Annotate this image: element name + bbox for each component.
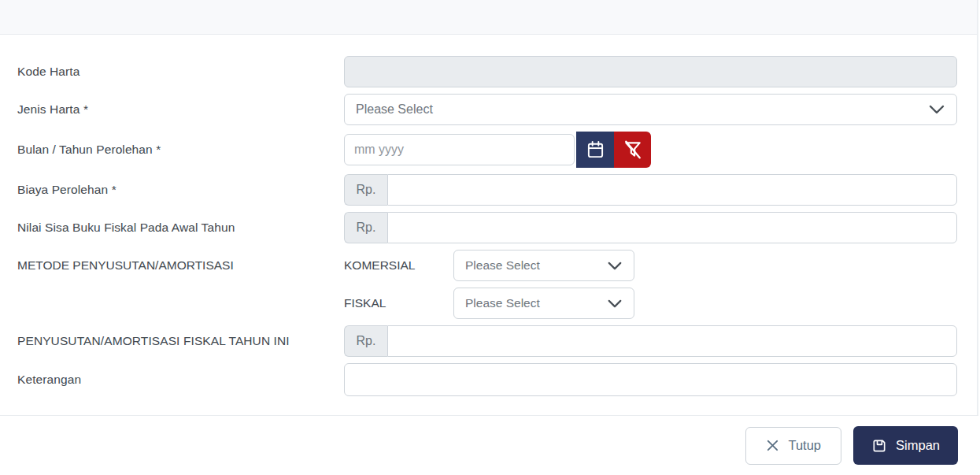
modal-footer: Tutup Simpan xyxy=(0,415,978,475)
metode-fiskal-row: FISKAL Please Select xyxy=(344,288,957,319)
currency-prefix-addon: Rp. xyxy=(344,174,387,206)
nilai-sisa-group: Rp. xyxy=(344,212,957,243)
fiskal-selected-value: Please Select xyxy=(465,296,540,310)
currency-prefix-addon: Rp. xyxy=(344,325,387,357)
form-row-nilai-sisa: Nilai Sisa Buku Fiskal Pada Awal Tahun R… xyxy=(17,212,957,243)
keterangan-input[interactable] xyxy=(344,363,957,396)
penyusutan-tahun-ini-label: PENYUSUTAN/AMORTISASI FISKAL TAHUN INI xyxy=(17,334,344,348)
modal-header xyxy=(0,0,977,35)
form-row-bulan-tahun: Bulan / Tahun Perolehan * xyxy=(17,132,957,168)
penyusutan-tahun-ini-input[interactable] xyxy=(387,325,957,357)
month-year-picker-group xyxy=(344,132,651,168)
penyusutan-group: Rp. xyxy=(344,325,957,357)
calendar-picker-button[interactable] xyxy=(576,132,614,168)
jenis-harta-label: Jenis Harta * xyxy=(17,102,344,117)
chevron-down-icon xyxy=(928,104,945,115)
filter-slash-icon xyxy=(623,139,643,160)
komersial-label: KOMERSIAL xyxy=(344,258,453,273)
currency-prefix-addon: Rp. xyxy=(344,212,387,243)
nilai-sisa-label: Nilai Sisa Buku Fiskal Pada Awal Tahun xyxy=(17,221,344,235)
metode-komersial-row: KOMERSIAL Please Select xyxy=(344,250,957,281)
biaya-perolehan-input[interactable] xyxy=(387,174,957,206)
tutup-button-label: Tutup xyxy=(788,438,821,453)
chevron-down-icon xyxy=(607,299,623,309)
jenis-harta-select[interactable]: Please Select xyxy=(344,94,957,125)
clear-date-filter-button[interactable] xyxy=(614,132,651,168)
form-row-metode: METODE PENYUSUTAN/AMORTISASI KOMERSIAL P… xyxy=(17,250,957,325)
save-icon xyxy=(871,438,887,454)
kode-harta-input xyxy=(344,56,957,87)
simpan-button[interactable]: Simpan xyxy=(853,426,958,465)
month-year-input[interactable] xyxy=(344,134,575,165)
form-row-kode-harta: Kode Harta xyxy=(17,56,957,87)
tutup-button[interactable]: Tutup xyxy=(745,427,841,465)
jenis-harta-selected-value: Please Select xyxy=(356,102,433,117)
form-row-keterangan: Keterangan xyxy=(17,363,957,396)
calendar-icon xyxy=(586,140,605,159)
nilai-sisa-input[interactable] xyxy=(387,212,957,243)
komersial-selected-value: Please Select xyxy=(465,258,540,273)
asset-form-modal: Kode Harta Jenis Harta * Please Select xyxy=(0,0,978,475)
bulan-tahun-label: Bulan / Tahun Perolehan * xyxy=(17,143,344,157)
form-row-penyusutan-tahun-ini: PENYUSUTAN/AMORTISASI FISKAL TAHUN INI R… xyxy=(17,325,957,357)
metode-fiskal-select[interactable]: Please Select xyxy=(453,288,634,319)
x-icon xyxy=(766,439,779,452)
metode-komersial-select[interactable]: Please Select xyxy=(453,250,634,281)
form-row-biaya-perolehan: Biaya Perolehan * Rp. xyxy=(17,174,957,206)
form-row-jenis-harta: Jenis Harta * Please Select xyxy=(17,94,957,125)
biaya-perolehan-label: Biaya Perolehan * xyxy=(17,183,344,197)
simpan-button-label: Simpan xyxy=(896,438,940,453)
chevron-down-icon xyxy=(607,261,623,271)
fiskal-label: FISKAL xyxy=(344,296,453,310)
keterangan-label: Keterangan xyxy=(17,373,344,387)
asset-form: Kode Harta Jenis Harta * Please Select xyxy=(0,35,977,396)
kode-harta-label: Kode Harta xyxy=(17,65,344,79)
biaya-perolehan-group: Rp. xyxy=(344,174,957,206)
metode-label: METODE PENYUSUTAN/AMORTISASI xyxy=(17,250,344,281)
